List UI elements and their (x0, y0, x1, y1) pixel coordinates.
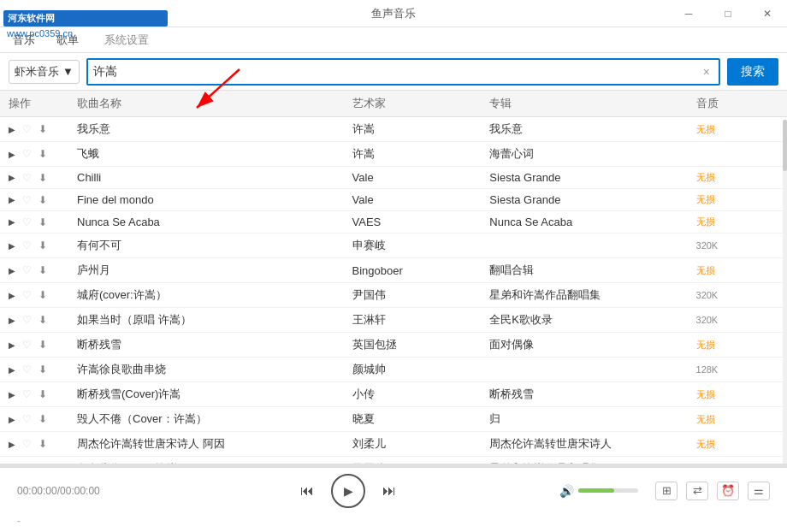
control-center: ⏮ ▶ ⏭ (137, 474, 559, 508)
download-icon[interactable]: ⬇ (38, 194, 47, 206)
download-icon[interactable]: ⬇ (38, 314, 47, 326)
play-song-icon[interactable]: ▶ (9, 440, 15, 449)
window-controls: ─ □ ✕ (669, 0, 787, 27)
play-song-icon[interactable]: ▶ (9, 173, 15, 182)
like-icon[interactable]: ♡ (22, 289, 32, 301)
download-icon[interactable]: ⬇ (38, 172, 47, 184)
next-button[interactable]: ⏭ (382, 483, 396, 499)
song-name[interactable]: 我乐意 (77, 121, 352, 137)
play-song-icon[interactable]: ▶ (9, 195, 15, 204)
scrollbar-thumb[interactable] (783, 120, 787, 171)
row-actions: ▶ ♡ ⬇ (9, 438, 77, 450)
table-row: ▶ ♡ ⬇ Fine del mondo Vale Siesta Grande … (0, 189, 787, 211)
like-icon[interactable]: ♡ (22, 123, 32, 135)
play-song-icon[interactable]: ▶ (9, 291, 15, 300)
song-name[interactable]: 断桥残雪(Cover)许嵩 (77, 387, 352, 402)
song-name[interactable]: 周杰伦许嵩转世唐宋诗人 阿因 (77, 436, 352, 452)
play-song-icon[interactable]: ▶ (9, 266, 15, 275)
song-name[interactable]: 毁人不倦（Cover：许嵩） (77, 411, 352, 427)
play-pause-button[interactable]: ▶ (331, 474, 365, 508)
playlist-mode-button[interactable]: ⊞ (655, 482, 678, 500)
like-icon[interactable]: ♡ (22, 364, 32, 375)
row-actions: ▶ ♡ ⬇ (9, 194, 77, 206)
like-icon[interactable]: ♡ (22, 438, 32, 450)
quality-badge: 无损 (696, 216, 778, 228)
timer-button[interactable]: ⏰ (717, 482, 739, 500)
play-song-icon[interactable]: ▶ (9, 415, 15, 424)
artist-name: 颜城帅 (352, 362, 490, 377)
artist-name: Vale (352, 171, 490, 184)
song-name[interactable]: 如果当时（原唱 许嵩） (77, 312, 352, 328)
song-name[interactable]: 断桥残雪 (77, 337, 352, 352)
search-clear-icon[interactable]: × (700, 65, 713, 79)
progress-bar[interactable] (0, 464, 787, 468)
song-name[interactable]: 有何不可 (77, 238, 352, 253)
play-song-icon[interactable]: ▶ (9, 241, 15, 251)
like-icon[interactable]: ♡ (22, 413, 32, 425)
row-actions: ▶ ♡ ⬇ (9, 264, 77, 276)
album-name: 归 (489, 411, 695, 427)
shuffle-button[interactable]: ⇄ (686, 482, 708, 500)
song-name[interactable]: 许嵩徐良歌曲串烧 (77, 362, 352, 377)
download-icon[interactable]: ⬇ (38, 364, 47, 375)
download-icon[interactable]: ⬇ (38, 339, 47, 351)
album-name: 面对偶像 (489, 337, 695, 352)
song-name[interactable]: Fine del mondo (77, 193, 352, 206)
play-song-icon[interactable]: ▶ (9, 125, 15, 134)
like-icon[interactable]: ♡ (22, 148, 32, 160)
like-icon[interactable]: ♡ (22, 314, 32, 326)
song-name[interactable]: 飞蛾 (77, 146, 352, 162)
download-icon[interactable]: ⬇ (38, 239, 47, 251)
download-icon[interactable]: ⬇ (38, 289, 47, 301)
source-selector[interactable]: 虾米音乐 ▼ (9, 60, 80, 84)
prev-button[interactable]: ⏮ (300, 483, 314, 499)
album-name: Nunca Se Acaba (489, 216, 695, 228)
maximize-button[interactable]: □ (708, 0, 748, 27)
total-time: 00:00:00 (60, 485, 100, 497)
quality-badge: 320K (696, 315, 778, 325)
play-song-icon[interactable]: ▶ (9, 390, 15, 399)
play-song-icon[interactable]: ▶ (9, 365, 15, 375)
song-name[interactable]: Chilli (77, 171, 352, 184)
row-actions: ▶ ♡ ⬇ (9, 364, 77, 375)
download-icon[interactable]: ⬇ (38, 148, 47, 160)
like-icon[interactable]: ♡ (22, 172, 32, 184)
download-icon[interactable]: ⬇ (38, 413, 47, 425)
play-song-icon[interactable]: ▶ (9, 340, 15, 350)
artist-name: 许嵩 (352, 146, 490, 162)
song-name[interactable]: 城府(cover:许嵩） (77, 287, 352, 303)
like-icon[interactable]: ♡ (22, 216, 32, 228)
like-icon[interactable]: ♡ (22, 239, 32, 251)
scrollbar[interactable] (783, 120, 787, 488)
artist-name: 刘柔儿 (352, 436, 490, 452)
play-song-icon[interactable]: ▶ (9, 316, 15, 325)
like-icon[interactable]: ♡ (22, 339, 32, 351)
song-name[interactable]: 庐州月 (77, 263, 352, 278)
close-button[interactable]: ✕ (748, 0, 787, 27)
like-icon[interactable]: ♡ (22, 264, 32, 276)
volume-bar[interactable] (578, 488, 638, 493)
search-button[interactable]: 搜索 (727, 58, 778, 86)
menu-music[interactable]: 音乐 (9, 31, 39, 50)
equalizer-button[interactable]: ⚌ (748, 482, 770, 500)
search-input[interactable] (93, 65, 700, 79)
play-song-icon[interactable]: ▶ (9, 150, 15, 159)
quality-badge: 无损 (696, 193, 778, 206)
play-song-icon[interactable]: ▶ (9, 217, 15, 227)
download-icon[interactable]: ⬇ (38, 264, 47, 276)
quality-badge: 无损 (696, 438, 778, 451)
download-icon[interactable]: ⬇ (38, 438, 47, 450)
like-icon[interactable]: ♡ (22, 388, 32, 400)
like-icon[interactable]: ♡ (22, 194, 32, 206)
download-icon[interactable]: ⬇ (38, 388, 47, 400)
download-icon[interactable]: ⬇ (38, 123, 47, 135)
download-icon[interactable]: ⬇ (38, 216, 47, 228)
right-controls: ⊞ ⇄ ⏰ ⚌ (655, 482, 770, 500)
menu-playlist[interactable]: 歌单 (52, 31, 83, 50)
minimize-button[interactable]: ─ (669, 0, 708, 27)
row-actions: ▶ ♡ ⬇ (9, 216, 77, 228)
row-actions: ▶ ♡ ⬇ (9, 388, 77, 400)
song-name[interactable]: Nunca Se Acaba (77, 216, 352, 228)
album-name: 我乐意 (489, 121, 695, 137)
menu-settings[interactable]: 系统设置 (104, 33, 149, 48)
